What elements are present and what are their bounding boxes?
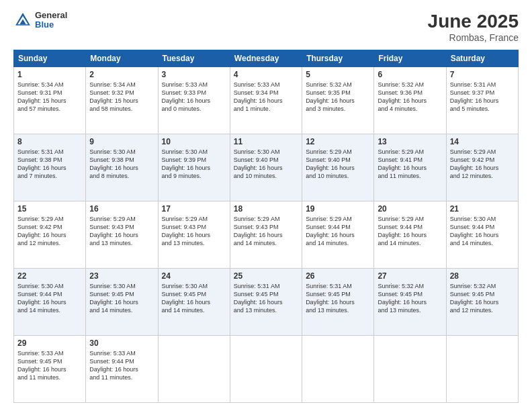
col-header-sunday: Sunday bbox=[14, 50, 86, 67]
col-header-saturday: Saturday bbox=[446, 50, 518, 67]
cell-info: Sunrise: 5:33 AM Sunset: 9:44 PM Dayligh… bbox=[89, 349, 154, 382]
day-number: 21 bbox=[450, 204, 515, 214]
header: General Blue June 2025 Rombas, France bbox=[13, 11, 519, 43]
calendar-cell: 21Sunrise: 5:30 AM Sunset: 9:44 PM Dayli… bbox=[446, 201, 518, 269]
calendar-cell: 23Sunrise: 5:30 AM Sunset: 9:45 PM Dayli… bbox=[86, 269, 158, 336]
calendar-cell: 17Sunrise: 5:29 AM Sunset: 9:43 PM Dayli… bbox=[158, 201, 230, 269]
day-number: 7 bbox=[450, 70, 515, 79]
day-number: 5 bbox=[306, 70, 370, 79]
col-header-monday: Monday bbox=[86, 50, 158, 67]
calendar-cell bbox=[374, 336, 446, 403]
calendar-cell bbox=[230, 336, 302, 403]
logo-general: General bbox=[35, 11, 67, 20]
calendar-cell: 11Sunrise: 5:30 AM Sunset: 9:40 PM Dayli… bbox=[230, 134, 302, 201]
cell-info: Sunrise: 5:29 AM Sunset: 9:44 PM Dayligh… bbox=[378, 215, 442, 248]
calendar-cell: 1Sunrise: 5:34 AM Sunset: 9:31 PM Daylig… bbox=[14, 67, 86, 134]
cell-info: Sunrise: 5:30 AM Sunset: 9:39 PM Dayligh… bbox=[162, 148, 226, 181]
cell-info: Sunrise: 5:33 AM Sunset: 9:33 PM Dayligh… bbox=[162, 81, 226, 113]
calendar-subtitle: Rombas, France bbox=[428, 32, 519, 43]
col-header-tuesday: Tuesday bbox=[158, 50, 230, 67]
cell-info: Sunrise: 5:29 AM Sunset: 9:41 PM Dayligh… bbox=[378, 148, 442, 181]
calendar-cell bbox=[158, 336, 230, 403]
col-header-friday: Friday bbox=[374, 50, 446, 67]
day-number: 18 bbox=[234, 204, 298, 214]
calendar-cell bbox=[302, 336, 374, 403]
logo-icon bbox=[13, 11, 32, 30]
day-number: 23 bbox=[89, 271, 154, 281]
calendar-cell: 10Sunrise: 5:30 AM Sunset: 9:39 PM Dayli… bbox=[158, 134, 230, 201]
cell-info: Sunrise: 5:32 AM Sunset: 9:35 PM Dayligh… bbox=[306, 81, 370, 113]
cell-info: Sunrise: 5:31 AM Sunset: 9:45 PM Dayligh… bbox=[306, 282, 370, 315]
calendar-cell: 3Sunrise: 5:33 AM Sunset: 9:33 PM Daylig… bbox=[158, 67, 230, 134]
calendar-cell: 8Sunrise: 5:31 AM Sunset: 9:38 PM Daylig… bbox=[14, 134, 86, 201]
cell-info: Sunrise: 5:31 AM Sunset: 9:45 PM Dayligh… bbox=[234, 282, 298, 315]
day-number: 3 bbox=[162, 70, 226, 79]
logo-blue: Blue bbox=[35, 20, 67, 30]
day-number: 16 bbox=[89, 204, 154, 214]
cell-info: Sunrise: 5:33 AM Sunset: 9:45 PM Dayligh… bbox=[17, 349, 82, 382]
cell-info: Sunrise: 5:30 AM Sunset: 9:38 PM Dayligh… bbox=[89, 148, 154, 181]
logo-text: General Blue bbox=[35, 11, 67, 30]
day-number: 25 bbox=[234, 271, 298, 281]
calendar-cell: 22Sunrise: 5:30 AM Sunset: 9:44 PM Dayli… bbox=[14, 269, 86, 336]
col-header-thursday: Thursday bbox=[302, 50, 374, 67]
cell-info: Sunrise: 5:30 AM Sunset: 9:45 PM Dayligh… bbox=[89, 282, 154, 315]
calendar-week-1: 1Sunrise: 5:34 AM Sunset: 9:31 PM Daylig… bbox=[14, 67, 519, 134]
cell-info: Sunrise: 5:33 AM Sunset: 9:34 PM Dayligh… bbox=[234, 81, 298, 113]
calendar-cell: 12Sunrise: 5:29 AM Sunset: 9:40 PM Dayli… bbox=[302, 134, 374, 201]
day-number: 13 bbox=[378, 137, 442, 146]
day-number: 9 bbox=[89, 137, 154, 146]
cell-info: Sunrise: 5:30 AM Sunset: 9:45 PM Dayligh… bbox=[162, 282, 226, 315]
calendar-cell: 13Sunrise: 5:29 AM Sunset: 9:41 PM Dayli… bbox=[374, 134, 446, 201]
calendar-cell bbox=[446, 336, 518, 403]
day-number: 30 bbox=[89, 338, 154, 348]
calendar-cell: 9Sunrise: 5:30 AM Sunset: 9:38 PM Daylig… bbox=[86, 134, 158, 201]
calendar-cell: 5Sunrise: 5:32 AM Sunset: 9:35 PM Daylig… bbox=[302, 67, 374, 134]
calendar-cell: 24Sunrise: 5:30 AM Sunset: 9:45 PM Dayli… bbox=[158, 269, 230, 336]
calendar-cell: 30Sunrise: 5:33 AM Sunset: 9:44 PM Dayli… bbox=[86, 336, 158, 403]
calendar-cell: 15Sunrise: 5:29 AM Sunset: 9:42 PM Dayli… bbox=[14, 201, 86, 269]
calendar-table: SundayMondayTuesdayWednesdayThursdayFrid… bbox=[13, 50, 519, 403]
logo: General Blue bbox=[13, 11, 67, 30]
calendar-cell: 28Sunrise: 5:32 AM Sunset: 9:45 PM Dayli… bbox=[446, 269, 518, 336]
cell-info: Sunrise: 5:29 AM Sunset: 9:44 PM Dayligh… bbox=[306, 215, 370, 248]
cell-info: Sunrise: 5:32 AM Sunset: 9:36 PM Dayligh… bbox=[378, 81, 442, 113]
cell-info: Sunrise: 5:31 AM Sunset: 9:37 PM Dayligh… bbox=[450, 81, 515, 113]
calendar-cell: 25Sunrise: 5:31 AM Sunset: 9:45 PM Dayli… bbox=[230, 269, 302, 336]
cell-info: Sunrise: 5:29 AM Sunset: 9:42 PM Dayligh… bbox=[450, 148, 515, 181]
calendar-header-row: SundayMondayTuesdayWednesdayThursdayFrid… bbox=[14, 50, 519, 67]
calendar-cell: 4Sunrise: 5:33 AM Sunset: 9:34 PM Daylig… bbox=[230, 67, 302, 134]
day-number: 17 bbox=[162, 204, 226, 214]
calendar-cell: 20Sunrise: 5:29 AM Sunset: 9:44 PM Dayli… bbox=[374, 201, 446, 269]
day-number: 29 bbox=[17, 338, 82, 348]
day-number: 8 bbox=[17, 137, 82, 146]
cell-info: Sunrise: 5:34 AM Sunset: 9:32 PM Dayligh… bbox=[89, 81, 154, 113]
day-number: 24 bbox=[162, 271, 226, 281]
calendar-week-3: 15Sunrise: 5:29 AM Sunset: 9:42 PM Dayli… bbox=[14, 201, 519, 269]
day-number: 15 bbox=[17, 204, 82, 214]
page: General Blue June 2025 Rombas, France Su… bbox=[0, 0, 532, 411]
calendar-body: 1Sunrise: 5:34 AM Sunset: 9:31 PM Daylig… bbox=[14, 67, 519, 403]
cell-info: Sunrise: 5:29 AM Sunset: 9:43 PM Dayligh… bbox=[162, 215, 226, 248]
day-number: 12 bbox=[306, 137, 370, 146]
cell-info: Sunrise: 5:30 AM Sunset: 9:40 PM Dayligh… bbox=[234, 148, 298, 181]
day-number: 20 bbox=[378, 204, 442, 214]
day-number: 19 bbox=[306, 204, 370, 214]
calendar-cell: 27Sunrise: 5:32 AM Sunset: 9:45 PM Dayli… bbox=[374, 269, 446, 336]
cell-info: Sunrise: 5:34 AM Sunset: 9:31 PM Dayligh… bbox=[17, 81, 82, 113]
day-number: 26 bbox=[306, 271, 370, 281]
day-number: 6 bbox=[378, 70, 442, 79]
calendar-cell: 14Sunrise: 5:29 AM Sunset: 9:42 PM Dayli… bbox=[446, 134, 518, 201]
calendar-title: June 2025 bbox=[428, 11, 519, 32]
calendar-week-2: 8Sunrise: 5:31 AM Sunset: 9:38 PM Daylig… bbox=[14, 134, 519, 201]
calendar-cell: 18Sunrise: 5:29 AM Sunset: 9:43 PM Dayli… bbox=[230, 201, 302, 269]
day-number: 14 bbox=[450, 137, 515, 146]
calendar-week-5: 29Sunrise: 5:33 AM Sunset: 9:45 PM Dayli… bbox=[14, 336, 519, 403]
cell-info: Sunrise: 5:29 AM Sunset: 9:43 PM Dayligh… bbox=[89, 215, 154, 248]
day-number: 27 bbox=[378, 271, 442, 281]
calendar-cell: 16Sunrise: 5:29 AM Sunset: 9:43 PM Dayli… bbox=[86, 201, 158, 269]
day-number: 2 bbox=[89, 70, 154, 79]
cell-info: Sunrise: 5:29 AM Sunset: 9:43 PM Dayligh… bbox=[234, 215, 298, 248]
col-header-wednesday: Wednesday bbox=[230, 50, 302, 67]
cell-info: Sunrise: 5:30 AM Sunset: 9:44 PM Dayligh… bbox=[17, 282, 82, 315]
